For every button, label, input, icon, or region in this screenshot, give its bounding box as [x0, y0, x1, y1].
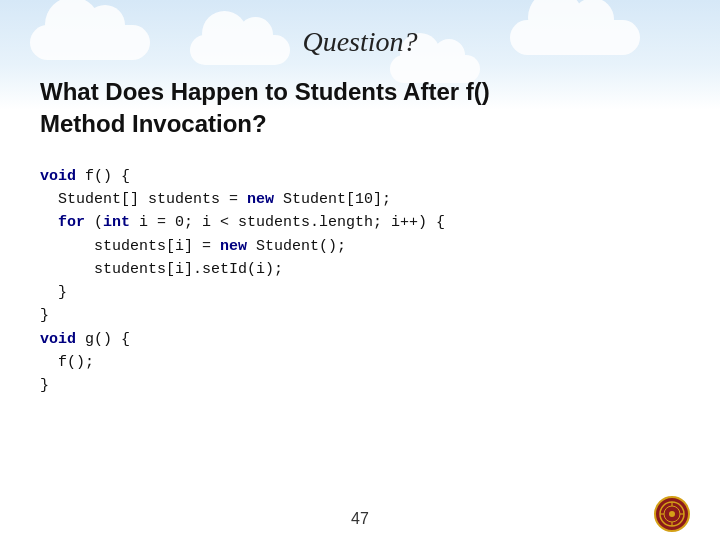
svg-point-2: [669, 511, 675, 517]
keyword-new-2: new: [220, 238, 247, 255]
code-line-4: students[i] = new Student();: [40, 235, 680, 258]
keyword-new-1: new: [247, 191, 274, 208]
code-block: void f() { Student[] students = new Stud…: [40, 165, 680, 398]
code-line-8: void g() {: [40, 328, 680, 351]
code-line-9: f();: [40, 351, 680, 374]
logo: [654, 496, 690, 532]
slide-footer: 47: [0, 510, 720, 528]
logo-circle: [654, 496, 690, 532]
slide-content: Question? What Does Happen to Students A…: [0, 0, 720, 417]
keyword-void-1: void: [40, 168, 76, 185]
code-line-1: void f() {: [40, 165, 680, 188]
code-line-10: }: [40, 374, 680, 397]
page-number: 47: [351, 510, 369, 528]
code-line-7: }: [40, 304, 680, 327]
question-line1: What Does Happen to Students After f(): [40, 78, 490, 105]
code-line-6: }: [40, 281, 680, 304]
code-line-2: Student[] students = new Student[10];: [40, 188, 680, 211]
keyword-void-2: void: [40, 331, 76, 348]
keyword-for: for: [58, 214, 85, 231]
code-line-3: for (int i = 0; i < students.length; i++…: [40, 211, 680, 234]
code-line-5: students[i].setId(i);: [40, 258, 680, 281]
question-line2: Method Invocation?: [40, 110, 267, 137]
slide-title: Question?: [40, 18, 680, 58]
keyword-int: int: [103, 214, 130, 231]
logo-icon: [658, 500, 686, 528]
question-heading: What Does Happen to Students After f() M…: [40, 76, 680, 141]
